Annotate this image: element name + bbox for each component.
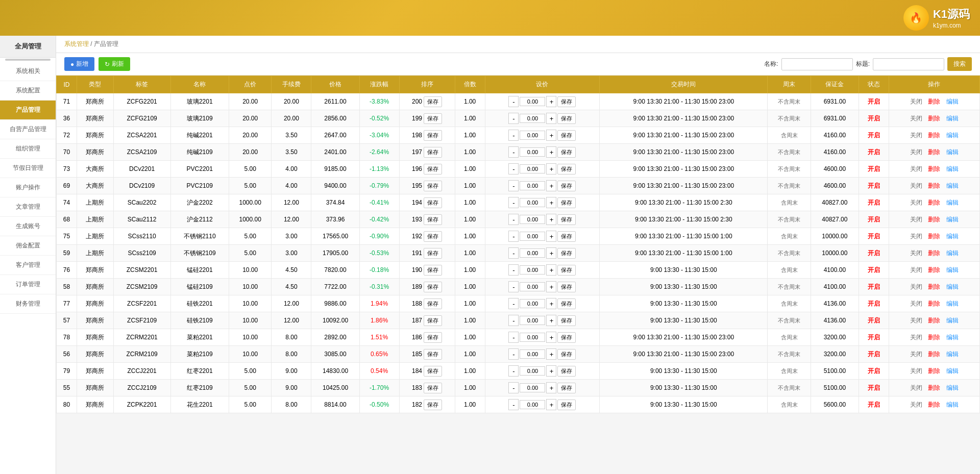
action-close-button[interactable]: 关闭: [908, 165, 924, 172]
action-close-button[interactable]: 关闭: [908, 317, 924, 324]
action-close-button[interactable]: 关闭: [908, 115, 924, 122]
status-open[interactable]: 开启: [868, 216, 880, 223]
action-delete-button[interactable]: 删除: [926, 384, 942, 391]
action-close-button[interactable]: 关闭: [908, 283, 924, 290]
search-tag-input[interactable]: [873, 58, 944, 70]
settle-minus-button[interactable]: -: [508, 180, 519, 191]
action-close-button[interactable]: 关闭: [908, 384, 924, 391]
action-close-button[interactable]: 关闭: [908, 351, 924, 358]
action-delete-button[interactable]: 删除: [926, 334, 942, 341]
settle-input[interactable]: [520, 181, 545, 190]
status-open[interactable]: 开启: [868, 199, 880, 206]
action-delete-button[interactable]: 删除: [926, 199, 942, 206]
settle-save-button[interactable]: 保存: [557, 265, 576, 276]
sort-save-button[interactable]: 保存: [424, 164, 442, 174]
sidebar-item-gen-account[interactable]: 生成账号: [0, 217, 56, 236]
settle-plus-button[interactable]: +: [546, 214, 556, 225]
sort-save-button[interactable]: 保存: [424, 332, 442, 343]
settle-input[interactable]: [520, 248, 545, 258]
settle-save-button[interactable]: 保存: [557, 96, 576, 107]
settle-save-button[interactable]: 保存: [557, 366, 576, 377]
settle-plus-button[interactable]: +: [546, 298, 556, 309]
breadcrumb-system[interactable]: 系统管理: [64, 40, 89, 47]
settle-plus-button[interactable]: +: [546, 348, 556, 360]
settle-plus-button[interactable]: +: [546, 382, 556, 393]
settle-plus-button[interactable]: +: [546, 264, 556, 276]
action-edit-button[interactable]: 编辑: [944, 266, 961, 273]
action-close-button[interactable]: 关闭: [908, 98, 924, 105]
settle-plus-button[interactable]: +: [546, 163, 556, 174]
action-delete-button[interactable]: 删除: [926, 132, 942, 139]
action-close-button[interactable]: 关闭: [908, 367, 924, 375]
sidebar-item-finance[interactable]: 财务管理: [0, 294, 56, 314]
settle-input[interactable]: [520, 215, 545, 224]
settle-plus-button[interactable]: +: [546, 146, 556, 158]
settle-plus-button[interactable]: +: [546, 315, 556, 326]
settle-save-button[interactable]: 保存: [557, 298, 576, 309]
action-edit-button[interactable]: 编辑: [944, 98, 961, 105]
settle-input[interactable]: [520, 316, 545, 325]
sort-save-button[interactable]: 保存: [424, 282, 442, 292]
action-delete-button[interactable]: 删除: [926, 401, 942, 408]
settle-plus-button[interactable]: +: [546, 180, 556, 191]
settle-input[interactable]: [520, 282, 545, 291]
settle-input[interactable]: [520, 265, 545, 275]
settle-plus-button[interactable]: +: [546, 332, 556, 343]
sort-save-button[interactable]: 保存: [424, 248, 442, 259]
sort-save-button[interactable]: 保存: [424, 315, 442, 326]
sidebar-item-account-ops[interactable]: 账户操作: [0, 178, 56, 197]
sidebar-item-commission[interactable]: 佣金配置: [0, 236, 56, 256]
sort-save-button[interactable]: 保存: [424, 130, 442, 141]
sort-save-button[interactable]: 保存: [424, 383, 442, 393]
status-open[interactable]: 开启: [868, 351, 880, 358]
settle-minus-button[interactable]: -: [508, 247, 519, 259]
status-open[interactable]: 开启: [868, 165, 880, 172]
status-open[interactable]: 开启: [868, 300, 880, 307]
action-edit-button[interactable]: 编辑: [944, 351, 961, 358]
action-close-button[interactable]: 关闭: [908, 148, 924, 156]
settle-plus-button[interactable]: +: [546, 281, 556, 292]
action-delete-button[interactable]: 删除: [926, 317, 942, 324]
settle-plus-button[interactable]: +: [546, 130, 556, 141]
sort-save-button[interactable]: 保存: [424, 298, 442, 309]
settle-plus-button[interactable]: +: [546, 96, 556, 107]
settle-save-button[interactable]: 保存: [557, 383, 576, 393]
settle-minus-button[interactable]: -: [508, 348, 519, 360]
action-delete-button[interactable]: 删除: [926, 98, 942, 105]
add-button[interactable]: ● 新增: [64, 57, 94, 71]
settle-minus-button[interactable]: -: [508, 96, 519, 107]
sort-save-button[interactable]: 保存: [424, 231, 442, 242]
settle-save-button[interactable]: 保存: [557, 181, 576, 191]
action-delete-button[interactable]: 删除: [926, 233, 942, 240]
action-delete-button[interactable]: 删除: [926, 148, 942, 156]
sidebar-item-product-management[interactable]: 产品管理: [0, 101, 56, 120]
action-edit-button[interactable]: 编辑: [944, 334, 961, 341]
action-close-button[interactable]: 关闭: [908, 250, 924, 257]
action-edit-button[interactable]: 编辑: [944, 283, 961, 290]
sort-save-button[interactable]: 保存: [424, 265, 442, 276]
status-open[interactable]: 开启: [868, 266, 880, 273]
action-close-button[interactable]: 关闭: [908, 334, 924, 341]
action-edit-button[interactable]: 编辑: [944, 401, 961, 408]
action-edit-button[interactable]: 编辑: [944, 367, 961, 375]
settle-save-button[interactable]: 保存: [557, 197, 576, 208]
settle-input[interactable]: [520, 400, 545, 409]
settle-plus-button[interactable]: +: [546, 231, 556, 242]
settle-minus-button[interactable]: -: [508, 146, 519, 158]
action-edit-button[interactable]: 编辑: [944, 132, 961, 139]
sort-save-button[interactable]: 保存: [424, 197, 442, 208]
action-delete-button[interactable]: 删除: [926, 283, 942, 290]
status-open[interactable]: 开启: [868, 317, 880, 324]
action-close-button[interactable]: 关闭: [908, 182, 924, 189]
settle-input[interactable]: [520, 383, 545, 392]
action-delete-button[interactable]: 删除: [926, 351, 942, 358]
settle-minus-button[interactable]: -: [508, 113, 519, 124]
settle-save-button[interactable]: 保存: [557, 164, 576, 174]
action-edit-button[interactable]: 编辑: [944, 216, 961, 223]
action-delete-button[interactable]: 删除: [926, 300, 942, 307]
settle-input[interactable]: [520, 147, 545, 157]
action-close-button[interactable]: 关闭: [908, 199, 924, 206]
action-edit-button[interactable]: 编辑: [944, 250, 961, 257]
settle-minus-button[interactable]: -: [508, 214, 519, 225]
action-edit-button[interactable]: 编辑: [944, 233, 961, 240]
